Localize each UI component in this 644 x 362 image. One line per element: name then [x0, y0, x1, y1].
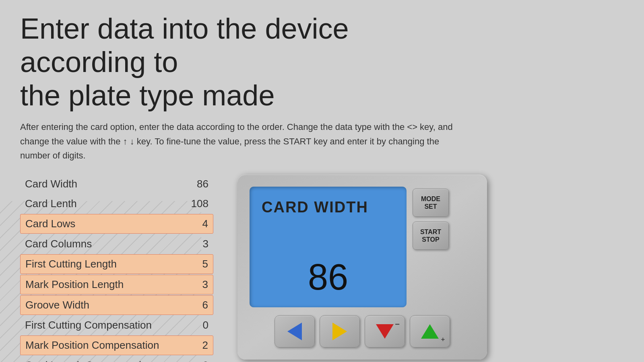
start-stop-button[interactable]: START STOP: [413, 222, 449, 250]
description-text: After entering the card option, enter th…: [20, 120, 463, 162]
content-area: Card Width86Card Lenth108Card Lows4Card …: [20, 175, 624, 362]
data-row: Mark Position Length3: [20, 275, 213, 294]
row-label: First Cutting Length: [25, 258, 184, 270]
set-label: SET: [424, 203, 437, 210]
row-label: First Cutting Compensation: [25, 319, 184, 331]
row-label: Card Lenth: [25, 197, 184, 210]
down-arrow-icon: [376, 324, 394, 339]
data-row: Mark Position Compensation2: [20, 335, 213, 355]
row-value: 4: [184, 218, 208, 230]
row-value: 5: [184, 258, 208, 270]
row-value: 6: [184, 299, 208, 311]
row-label: Mark Position Compensation: [25, 339, 184, 352]
stop-label: STOP: [422, 236, 439, 243]
title-line1: Enter data into the device according to: [20, 12, 349, 78]
data-row: First Cutting Compensation0: [20, 316, 213, 335]
row-value: 0: [184, 359, 208, 362]
left-arrow-icon: [287, 323, 302, 340]
page-title: Enter data into the device according to …: [20, 12, 382, 112]
row-label: Mark Position Length: [25, 278, 184, 291]
right-arrow-icon: [332, 323, 347, 340]
down-arrow-button[interactable]: −: [365, 315, 405, 348]
data-table: Card Width86Card Lenth108Card Lows4Card …: [20, 175, 213, 362]
data-row: First Cutting Length5: [20, 254, 213, 274]
up-arrow-icon: [421, 324, 439, 339]
data-row: Card Width86: [20, 175, 213, 193]
main-container: Enter data into the device according to …: [0, 0, 644, 362]
row-label: Groove Width: [25, 299, 184, 311]
right-arrow-button[interactable]: [320, 315, 360, 348]
row-value: 3: [184, 278, 208, 291]
data-row: Card Columns3: [20, 234, 213, 253]
start-label: START: [420, 228, 441, 236]
row-label: Card Width: [25, 178, 184, 190]
minus-icon: −: [395, 320, 400, 329]
row-label: Card Length Compensation: [25, 359, 184, 362]
device-inner: CARD WIDTH 86 MODE SET START STOP: [250, 187, 475, 307]
row-label: Card Lows: [25, 218, 184, 230]
data-row: Card Lenth108: [20, 194, 213, 213]
data-row: Card Lows4: [20, 214, 213, 234]
data-row: Card Length Compensation0: [20, 356, 213, 362]
bottom-buttons: − +: [250, 315, 475, 348]
row-value: 2: [184, 339, 208, 352]
row-value: 0: [184, 319, 208, 331]
left-arrow-button[interactable]: [275, 315, 315, 348]
lcd-value: 86: [262, 259, 394, 295]
row-value: 3: [184, 238, 208, 250]
data-row: Groove Width6: [20, 295, 213, 315]
device-panel: CARD WIDTH 86 MODE SET START STOP: [237, 175, 487, 360]
mode-set-button[interactable]: MODE SET: [413, 189, 449, 217]
row-label: Card Columns: [25, 238, 184, 250]
lcd-label: CARD WIDTH: [262, 199, 394, 216]
plus-icon: +: [441, 336, 445, 343]
row-value: 108: [184, 197, 208, 210]
title-line2: the plate type made: [20, 79, 275, 111]
side-buttons: MODE SET START STOP: [413, 189, 449, 307]
up-arrow-button[interactable]: +: [410, 315, 450, 348]
lcd-display: CARD WIDTH 86: [250, 187, 407, 307]
row-value: 86: [184, 178, 208, 190]
mode-label: MODE: [421, 195, 440, 203]
